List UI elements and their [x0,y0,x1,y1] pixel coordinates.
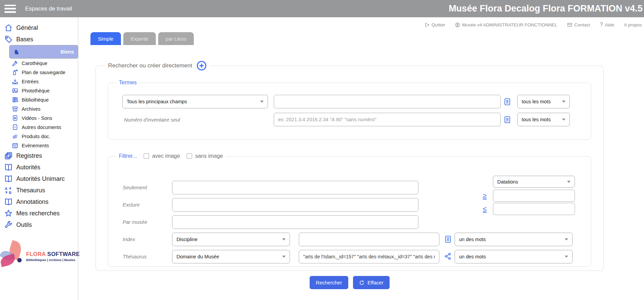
thesaurus-share-icon[interactable] [444,253,452,260]
stacked-copies-icon [4,152,13,160]
sidebar-item-label: Biens [61,49,74,55]
sidebar-item-general[interactable]: Général [0,22,78,34]
lookup-list-icon[interactable] [444,235,452,243]
lookup-list-icon[interactable] [503,116,511,124]
user-icon [455,22,460,27]
field-select[interactable]: Tous les principaux champs [122,95,268,108]
thesaurus-select[interactable]: Domaine du Musée [172,250,290,263]
user-account[interactable]: Musée v4 ADMINISTRATEUR FONCTIONNEL [455,22,557,27]
logout-icon [424,22,430,27]
sidebar-item-phototheque[interactable]: Photothèque [9,86,78,95]
logo-dot [17,258,22,262]
termes-legend: Termes [116,80,139,86]
main-search-row: Tous les principaux champs tous les mots [122,95,591,108]
sidebar-item-label: Bibliothèque [22,97,49,103]
sidebar-item-annotations[interactable]: Annotations [0,196,78,208]
sidebar-item-outils[interactable]: Outils [0,219,78,231]
logo-brand: FLORA SOFTWARE [26,251,80,257]
aide-link[interactable]: ? Aide [600,22,614,28]
sidebar-item-label: Bases [16,36,33,43]
sidebar-item-archives[interactable]: Archives [9,104,78,113]
sidebar-item-bibliotheque[interactable]: Bibliothèque [9,95,78,104]
datations-select[interactable]: Datations [493,176,575,188]
sans-image-checkbox-label[interactable]: sans image [187,153,223,159]
sidebar-item-biens[interactable]: ♞ Biens [9,45,78,59]
sidebar-item-carotheque[interactable]: Carothèque [9,59,78,68]
sidebar-item-videos-sons[interactable]: Vidéos - Sons [9,113,78,123]
sidebar-item-plan-sauvegarde[interactable]: Plan de sauvegarde [9,68,78,77]
sidebar-item-autorites[interactable]: Autorités [0,162,78,173]
workspace-label: Espaces de travail [25,5,72,12]
inventory-label: Numéro d'inventaire seul [124,117,274,123]
thesaurus-label: Thésaurus [123,250,147,263]
match-mode-select[interactable]: tous les mots [517,113,570,126]
seulement-input[interactable] [172,181,418,194]
lookup-list-icon[interactable] [503,98,511,106]
contact-link[interactable]: Contact [567,22,590,27]
inventory-input[interactable] [274,113,501,126]
match-mode-select[interactable]: tous les mots [517,95,570,108]
sidebar: Général Bases ♞ Biens Carothèque Plan de… [0,17,78,300]
home-icon [4,24,13,32]
main-search-input[interactable] [274,95,501,108]
open-box-icon [12,106,18,112]
sidebar-item-label: Entrées [22,79,39,84]
sidebar-item-evenements[interactable]: Evènements [9,141,78,150]
chevron-down-icon [260,101,264,103]
chevron-down-icon [282,256,286,258]
refresh-icon [359,280,365,285]
sidebar-item-label: Autorités [16,164,40,171]
utility-bar: Quitter Musée v4 ADMINISTRATEUR FONCTION… [424,22,642,28]
svg-text:A: A [5,187,7,191]
tab-par-liens[interactable]: par Liens [158,32,194,45]
index-input[interactable] [299,233,439,246]
video-file-icon [12,115,18,121]
rechercher-button[interactable]: Rechercher [310,276,348,289]
main-content: Quitter Musée v4 ADMINISTRATEUR FONCTION… [78,17,644,300]
sidebar-item-label: Registres [16,152,42,159]
sidebar-item-produits-doc[interactable]: Produits doc. [9,132,78,141]
seulement-label: Seulement [123,181,147,194]
search-create-panel: Rechercher ou créer directement Termes T… [96,61,604,271]
avec-image-checkbox-label[interactable]: avec image [144,153,180,159]
index-select[interactable]: Discipline [172,233,290,246]
paper-stack-icon [12,133,18,140]
inbox-download-icon [12,78,18,85]
sidebar-item-autres-documents[interactable]: Autres documents [9,123,78,132]
inventory-row: Numéro d'inventaire seul tous les mots [124,113,591,126]
logo-tagline: Bibliothèques | Archives | Musées [26,258,75,262]
quitter-link[interactable]: Quitter [424,22,445,27]
datation-min-input[interactable] [493,190,575,202]
hamburger-menu-icon[interactable] [4,5,16,13]
fire-extinguisher-icon [12,69,18,76]
sidebar-item-entrees[interactable]: Entrées [9,77,78,86]
sans-image-checkbox[interactable] [187,153,192,159]
plus-circle-icon[interactable] [196,61,207,71]
open-book-icon [4,163,13,171]
apropos-link[interactable]: A propos [624,22,642,27]
question-mark-icon: ? [600,22,603,28]
panel-legend: Rechercher ou créer directement [105,61,210,71]
datation-max-input[interactable] [493,203,575,215]
effacer-button[interactable]: Effacer [353,276,390,289]
filtrer-fieldset: Filtrer... avec image sans image Seuleme… [108,153,591,267]
thesaurus-input[interactable] [299,250,439,263]
sidebar-item-thesaurus[interactable]: AB Thesaurus [0,185,78,196]
chevron-down-icon [562,119,565,121]
avec-image-checkbox[interactable] [144,153,149,159]
top-bar: Espaces de travail Musée Flora Decalog F… [0,0,644,17]
par-musee-input[interactable] [172,215,418,229]
chevron-down-icon [565,256,568,258]
sidebar-item-bases[interactable]: Bases [0,34,78,45]
sidebar-item-mes-recherches[interactable]: Mes recherches [0,208,78,219]
tab-simple[interactable]: Simple [90,32,121,45]
filtrer-legend: Filtrer... avec image sans image [116,153,226,159]
sidebar-item-autorites-unimarc[interactable]: Autorités Unimarc [0,173,78,185]
index-match-select[interactable]: un des mots [455,233,573,246]
tab-experte[interactable]: Experte [123,32,156,45]
thesaurus-match-select[interactable]: un des mots [455,250,573,263]
exclure-input[interactable] [172,198,418,212]
image-icon [12,87,18,94]
sidebar-item-registres[interactable]: Registres [0,150,78,162]
sidebar-item-label: Autres documents [22,125,61,130]
